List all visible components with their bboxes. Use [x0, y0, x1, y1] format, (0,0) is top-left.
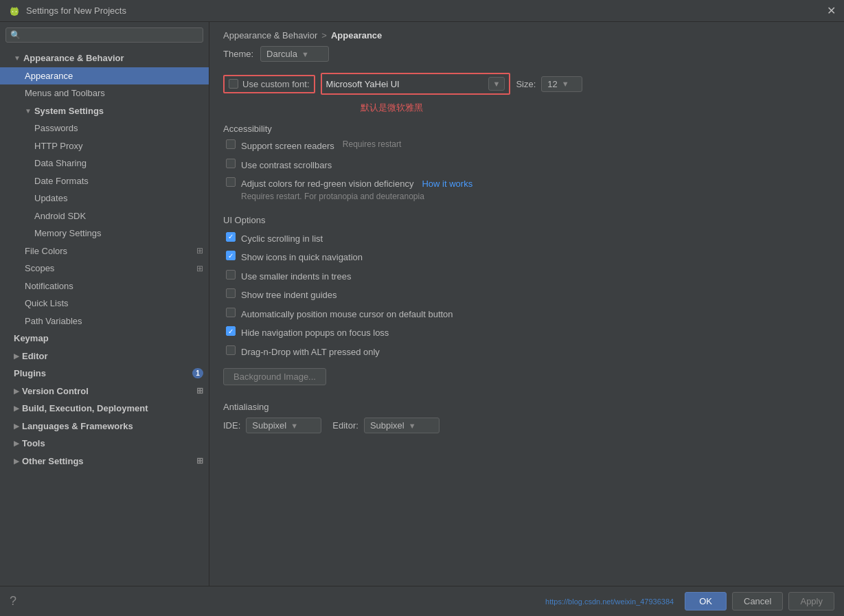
icons-quick-nav-label: Show icons in quick navigation [241, 251, 363, 264]
sidebar-item-menus-toolbars[interactable]: Menus and Toolbars [0, 84, 209, 102]
chevron-right-icon: ▶ [14, 421, 19, 431]
option-tree-indent: Show tree indent guides [223, 288, 830, 302]
theme-dropdown[interactable]: Darcula ▼ [260, 46, 329, 62]
search-icon: 🔍 [10, 30, 21, 40]
font-input[interactable]: Microsoft YaHei UI [326, 79, 484, 89]
custom-font-label: Use custom font: [242, 79, 310, 89]
sidebar-item-memory-settings[interactable]: Memory Settings [0, 225, 209, 242]
svg-point-4 [12, 11, 14, 12]
sidebar-label: Scopes [25, 262, 196, 275]
svg-rect-1 [11, 10, 18, 15]
sidebar-item-appearance-behavior[interactable]: ▼ Appearance & Behavior [0, 49, 209, 67]
sidebar-item-keymap[interactable]: Keymap [0, 330, 209, 347]
red-green-subnote: Requires restart. For protanopia and deu… [241, 192, 472, 201]
window-title: Settings for New Projects [26, 5, 126, 16]
apply-button[interactable]: Apply [788, 592, 834, 611]
contrast-scrollbars-checkbox[interactable] [226, 159, 236, 168]
sidebar-label: Date Formats [34, 174, 89, 188]
drag-drop-checkbox[interactable] [226, 345, 236, 355]
chevron-down-icon: ▼ [25, 106, 32, 116]
sidebar-label: Path Variables [25, 315, 82, 328]
sidebar-item-editor[interactable]: ▶ Editor [0, 347, 209, 365]
sidebar-item-date-formats[interactable]: Date Formats [0, 172, 209, 190]
option-hide-nav-popups: Hide navigation popups on focus loss [223, 326, 830, 340]
ui-options-header: UI Options [223, 215, 830, 225]
ide-aa-item: IDE: Subpixel ▼ [223, 418, 321, 433]
option-red-green: Adjust colors for red-green vision defic… [223, 177, 830, 205]
custom-font-checkbox[interactable] [229, 79, 238, 89]
cancel-button[interactable]: Cancel [732, 592, 783, 611]
background-image-btn-wrapper: Background Image... [223, 364, 830, 395]
editor-aa-dropdown[interactable]: Subpixel ▼ [364, 418, 440, 433]
red-green-checkbox[interactable] [226, 177, 236, 187]
sidebar-item-notifications[interactable]: Notifications [0, 277, 209, 295]
sidebar-item-path-variables[interactable]: Path Variables [0, 312, 209, 330]
hide-nav-popups-checkbox[interactable] [226, 326, 236, 336]
background-image-button[interactable]: Background Image... [223, 368, 326, 385]
chevron-right-icon: ▶ [14, 456, 19, 466]
sidebar-item-file-colors[interactable]: File Colors ⊞ [0, 242, 209, 260]
search-input[interactable] [23, 30, 198, 40]
how-it-works-link[interactable]: How it works [422, 179, 472, 189]
sidebar-item-system-settings[interactable]: ▼ System Settings [0, 102, 209, 120]
annotation-text: 默认是微软雅黑 [361, 102, 830, 114]
editor-aa-label: Editor: [332, 420, 358, 431]
sidebar-item-passwords[interactable]: Passwords [0, 119, 209, 137]
sidebar-item-version-control[interactable]: ▶ Version Control ⊞ [0, 383, 209, 400]
size-value: 12 [547, 79, 557, 89]
sidebar-item-http-proxy[interactable]: HTTP Proxy [0, 137, 209, 155]
smaller-indents-label: Use smaller indents in trees [241, 270, 351, 284]
cyclic-scrolling-checkbox[interactable] [226, 232, 236, 242]
custom-font-highlight: Use custom font: [223, 75, 315, 93]
sidebar-label: Editor [22, 350, 48, 363]
theme-dropdown-arrow: ▼ [301, 50, 309, 58]
mouse-cursor-checkbox[interactable] [226, 308, 236, 317]
font-dropdown-arrow: ▼ [493, 80, 501, 88]
tree-indent-checkbox[interactable] [226, 288, 236, 298]
screen-readers-checkbox[interactable] [226, 139, 236, 149]
svg-point-5 [16, 11, 17, 12]
ok-button[interactable]: OK [685, 592, 727, 611]
option-drag-drop: Drag-n-Drop with ALT pressed only [223, 345, 830, 359]
smaller-indents-checkbox[interactable] [226, 270, 236, 280]
chevron-down-icon: ▼ [14, 53, 21, 63]
contrast-scrollbars-label: Use contrast scrollbars [241, 159, 332, 172]
option-contrast-scrollbars: Use contrast scrollbars [223, 159, 830, 172]
sidebar-item-quick-lists[interactable]: Quick Lists [0, 295, 209, 312]
sidebar-item-updates[interactable]: Updates [0, 190, 209, 207]
sidebar-item-android-sdk[interactable]: Android SDK [0, 207, 209, 225]
sidebar-label: Keymap [14, 332, 49, 345]
sidebar-label: Appearance [25, 69, 73, 83]
sidebar-item-other-settings[interactable]: ▶ Other Settings ⊞ [0, 453, 209, 470]
ide-aa-label: IDE: [223, 420, 240, 431]
help-button[interactable]: ? [10, 594, 16, 608]
sidebar-label: Passwords [34, 122, 78, 135]
icons-quick-nav-checkbox[interactable] [226, 251, 236, 260]
sidebar-item-languages-frameworks[interactable]: ▶ Languages & Frameworks [0, 418, 209, 435]
antialiasing-header: Antialiasing [223, 402, 830, 412]
sidebar-item-scopes[interactable]: Scopes ⊞ [0, 260, 209, 277]
red-green-label: Adjust colors for red-green vision defic… [241, 177, 413, 191]
font-input-highlight: Microsoft YaHei UI ▼ [321, 73, 511, 95]
theme-row: Theme: Darcula ▼ [223, 46, 830, 62]
font-dropdown[interactable]: ▼ [488, 77, 505, 91]
sidebar: 🔍 ▼ Appearance & Behavior Appearance Men… [0, 22, 209, 586]
size-dropdown[interactable]: 12 ▼ [541, 76, 582, 92]
antialiasing-row: IDE: Subpixel ▼ Editor: Subpixel ▼ [223, 418, 830, 433]
hide-nav-popups-label: Hide navigation popups on focus loss [241, 326, 389, 340]
sidebar-item-tools[interactable]: ▶ Tools [0, 435, 209, 453]
sidebar-label: Menus and Toolbars [25, 87, 105, 100]
close-button[interactable]: ✕ [827, 5, 836, 16]
sidebar-item-build-execution[interactable]: ▶ Build, Execution, Deployment [0, 400, 209, 418]
sidebar-item-plugins[interactable]: Plugins 1 [0, 365, 209, 383]
sidebar-item-appearance[interactable]: Appearance [0, 67, 209, 85]
search-box[interactable]: 🔍 [5, 27, 203, 43]
url-watermark: https://blog.csdn.net/weixin_47936384 [545, 597, 674, 606]
option-cyclic-scrolling: Cyclic scrolling in list [223, 232, 830, 246]
option-icons-quick-nav: Show icons in quick navigation [223, 251, 830, 264]
sidebar-tree: ▼ Appearance & Behavior Appearance Menus… [0, 47, 209, 586]
content-panel: Appearance & Behavior > Appearance Theme… [209, 22, 844, 586]
ide-aa-dropdown[interactable]: Subpixel ▼ [246, 418, 321, 433]
sidebar-item-data-sharing[interactable]: Data Sharing [0, 155, 209, 172]
sidebar-label: Appearance & Behavior [23, 52, 124, 65]
